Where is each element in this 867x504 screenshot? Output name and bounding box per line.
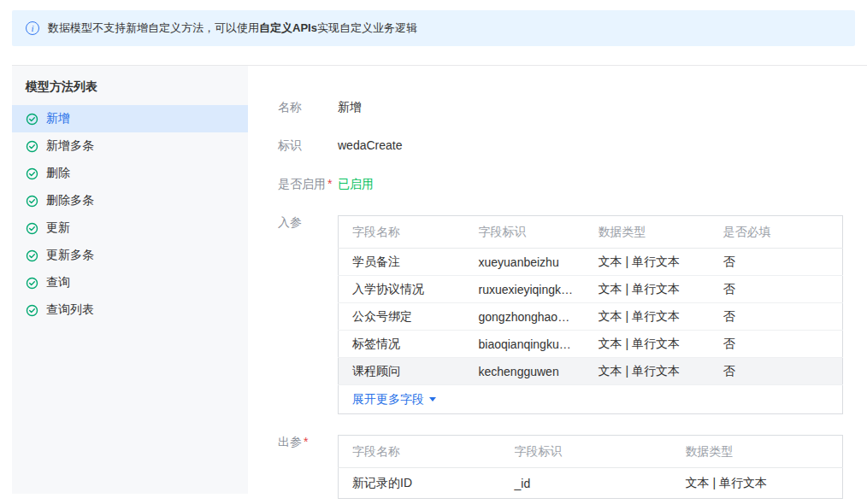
sidebar-item-create-many[interactable]: 新增多条 xyxy=(12,132,248,160)
banner-bold-apis: 自定义APIs xyxy=(259,21,317,34)
col-data-type: 数据类型 xyxy=(585,216,710,249)
required-mark: * xyxy=(304,435,308,448)
sidebar-item-label: 新增多条 xyxy=(46,138,94,154)
field-label: 出参* xyxy=(278,435,338,499)
field-label: 名称 xyxy=(278,100,338,115)
method-icon xyxy=(26,277,38,290)
cell: 否 xyxy=(710,358,843,385)
sidebar-item-label: 查询 xyxy=(46,275,70,290)
method-icon xyxy=(26,222,38,235)
field-value-identifier: wedaCreate xyxy=(338,138,403,154)
method-list-sidebar: 模型方法列表 新增 新增多条 删除 删除多条 xyxy=(12,66,248,494)
cell: 文本 | 单行文本 xyxy=(585,303,710,331)
field-label: 入参 xyxy=(278,215,338,414)
sidebar-item-update[interactable]: 更新 xyxy=(12,214,248,242)
col-required: 是否必填 xyxy=(710,216,843,249)
output-params-table: 字段名称 字段标识 数据类型 新记录的ID _id 文本 | 单行文本 xyxy=(338,435,843,499)
field-value-name: 新增 xyxy=(338,100,362,115)
cell: 文本 | 单行文本 xyxy=(585,276,710,303)
table-row[interactable]: 课程顾问 kechengguwen 文本 | 单行文本 否 xyxy=(339,358,843,385)
sidebar-item-label: 更新多条 xyxy=(46,248,94,263)
sidebar-item-delete[interactable]: 删除 xyxy=(12,160,248,187)
status-enabled: 已启用 xyxy=(338,177,374,192)
sidebar-item-create[interactable]: 新增 xyxy=(12,105,248,132)
cell: 文本 | 单行文本 xyxy=(672,468,843,499)
table-row[interactable]: 公众号绑定 gongzhonghaobangd... 文本 | 单行文本 否 xyxy=(339,303,843,331)
col-data-type: 数据类型 xyxy=(672,436,843,468)
expand-more-fields-link[interactable]: 展开更多字段 xyxy=(352,392,436,407)
method-icon xyxy=(26,195,38,208)
expand-row: 展开更多字段 xyxy=(339,385,843,414)
field-name: 名称 新增 xyxy=(278,100,843,115)
info-banner: i 数据模型不支持新增自定义方法，可以使用自定义APIs实现自定义业务逻辑 xyxy=(12,10,855,46)
cell: 否 xyxy=(710,276,843,303)
sidebar-item-label: 删除多条 xyxy=(46,193,94,208)
method-detail: 名称 新增 标识 wedaCreate 是否启用* 已启用 入参 字段名称 字段… xyxy=(248,66,867,494)
cell: 新记录的ID xyxy=(339,468,501,499)
chevron-down-icon xyxy=(429,397,436,401)
table-row[interactable]: 入学协议情况 ruxuexieyiqingkuang 文本 | 单行文本 否 xyxy=(339,276,843,303)
table-header-row: 字段名称 字段标识 数据类型 xyxy=(339,436,843,468)
cell: _id xyxy=(501,468,672,499)
cell: 文本 | 单行文本 xyxy=(585,358,710,385)
col-field-name: 字段名称 xyxy=(339,216,465,249)
cell: 文本 | 单行文本 xyxy=(585,249,710,276)
field-identifier: 标识 wedaCreate xyxy=(278,138,843,154)
sidebar-item-label: 更新 xyxy=(46,220,70,236)
col-field-id: 字段标识 xyxy=(465,216,585,249)
method-icon xyxy=(26,140,38,153)
output-params-section: 出参* 字段名称 字段标识 数据类型 新记录的ID _id 文本 | 单行文本 xyxy=(278,435,843,499)
sidebar-item-label: 新增 xyxy=(46,111,70,126)
cell: 否 xyxy=(710,249,843,276)
method-icon xyxy=(26,304,38,317)
cell: ruxuexieyiqingkuang xyxy=(465,276,585,303)
info-icon: i xyxy=(26,21,39,35)
cell: 入学协议情况 xyxy=(339,276,465,303)
cell: 课程顾问 xyxy=(339,358,465,385)
sidebar-item-query-list[interactable]: 查询列表 xyxy=(12,296,248,324)
sidebar-item-label: 删除 xyxy=(46,166,70,181)
cell: xueyuanbeizhu xyxy=(465,249,585,276)
table-row[interactable]: 学员备注 xueyuanbeizhu 文本 | 单行文本 否 xyxy=(339,249,843,276)
cell: 学员备注 xyxy=(339,249,465,276)
col-field-name: 字段名称 xyxy=(339,436,501,468)
field-label: 标识 xyxy=(278,138,338,154)
cell: 否 xyxy=(710,303,843,331)
sidebar-item-update-many[interactable]: 更新多条 xyxy=(12,242,248,269)
method-icon xyxy=(26,167,38,180)
field-label: 是否启用* xyxy=(278,177,338,192)
cell: 标签情况 xyxy=(339,331,465,358)
input-params-section: 入参 字段名称 字段标识 数据类型 是否必填 学员备注 xueyuanbeizh… xyxy=(278,215,843,414)
cell: 否 xyxy=(710,331,843,358)
sidebar-item-label: 查询列表 xyxy=(46,302,94,318)
field-enabled: 是否启用* 已启用 xyxy=(278,177,843,192)
banner-text: 数据模型不支持新增自定义方法，可以使用自定义APIs实现自定义业务逻辑 xyxy=(48,21,417,36)
cell: 文本 | 单行文本 xyxy=(585,331,710,358)
input-params-table: 字段名称 字段标识 数据类型 是否必填 学员备注 xueyuanbeizhu 文… xyxy=(338,215,843,414)
required-mark: * xyxy=(327,177,332,190)
cell: biaoqianqingkuang xyxy=(465,331,585,358)
sidebar-item-query[interactable]: 查询 xyxy=(12,269,248,296)
cell: gongzhonghaobangd... xyxy=(465,303,585,331)
method-icon xyxy=(26,113,38,126)
table-row[interactable]: 新记录的ID _id 文本 | 单行文本 xyxy=(339,468,843,499)
cell: kechengguwen xyxy=(465,358,585,385)
cell: 公众号绑定 xyxy=(339,303,465,331)
table-row[interactable]: 标签情况 biaoqianqingkuang 文本 | 单行文本 否 xyxy=(339,331,843,358)
method-icon xyxy=(26,249,38,262)
sidebar-item-delete-many[interactable]: 删除多条 xyxy=(12,187,248,214)
sidebar-title: 模型方法列表 xyxy=(12,76,248,105)
table-header-row: 字段名称 字段标识 数据类型 是否必填 xyxy=(339,216,843,249)
col-field-id: 字段标识 xyxy=(501,436,672,468)
main-panel: 模型方法列表 新增 新增多条 删除 删除多条 xyxy=(12,65,867,494)
